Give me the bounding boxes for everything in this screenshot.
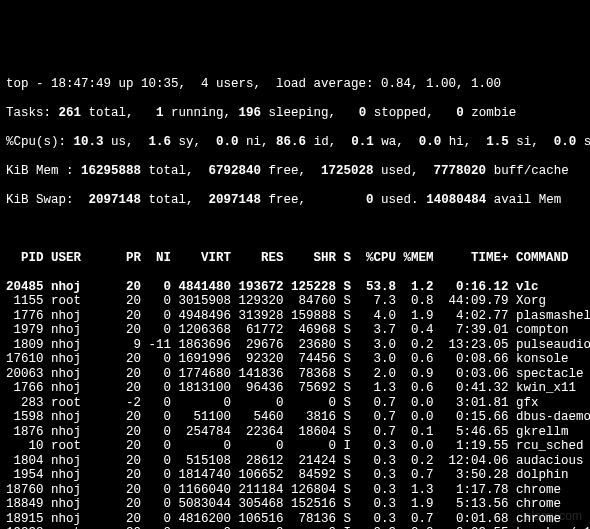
- summary-swap: KiB Swap: 2097148 total, 2097148 free, 0…: [6, 193, 584, 208]
- top-output: top - 18:47:49 up 10:35, 4 users, load a…: [6, 62, 584, 529]
- process-row: 1598 nhoj 20 0 51100 5460 3816 S 0.7 0.0…: [6, 410, 584, 425]
- summary-line-1: top - 18:47:49 up 10:35, 4 users, load a…: [6, 77, 584, 92]
- column-headers: PID USER PR NI VIRT RES SHR S %CPU %MEM …: [6, 251, 584, 266]
- process-row: 20063 nhoj 20 0 1774680 141836 78368 S 2…: [6, 367, 584, 382]
- process-row: 17610 nhoj 20 0 1691996 92320 74456 S 3.…: [6, 352, 584, 367]
- summary-tasks: Tasks: 261 total, 1 running, 196 sleepin…: [6, 106, 584, 121]
- process-row: 10 root 20 0 0 0 0 I 0.3 0.0 1:19.55 rcu…: [6, 439, 584, 454]
- summary-cpu: %Cpu(s): 10.3 us, 1.6 sy, 0.0 ni, 86.6 i…: [6, 135, 584, 150]
- process-row: 1876 nhoj 20 0 254784 22364 18604 S 0.7 …: [6, 425, 584, 440]
- process-row: 18849 nhoj 20 0 5083044 305468 152516 S …: [6, 497, 584, 512]
- process-row: 1979 nhoj 20 0 1206368 61772 46968 S 3.7…: [6, 323, 584, 338]
- summary-mem: KiB Mem : 16295888 total, 6792840 free, …: [6, 164, 584, 179]
- process-list: 20485 nhoj 20 0 4841480 193672 125228 S …: [6, 280, 584, 530]
- process-row: 1155 root 20 0 3015908 129320 84760 S 7.…: [6, 294, 584, 309]
- process-row: 20485 nhoj 20 0 4841480 193672 125228 S …: [6, 280, 584, 295]
- process-row: 1809 nhoj 9 -11 1863696 29676 23680 S 3.…: [6, 338, 584, 353]
- process-row: 283 root -2 0 0 0 0 S 0.7 0.0 3:01.81 gf…: [6, 396, 584, 411]
- process-row: 1954 nhoj 20 0 1814740 106652 84592 S 0.…: [6, 468, 584, 483]
- process-row: 1804 nhoj 20 0 515108 28612 21424 S 0.3 …: [6, 454, 584, 469]
- blank-line: [6, 222, 584, 237]
- process-row: 18915 nhoj 20 0 4816200 106516 78136 S 0…: [6, 512, 584, 527]
- process-row: 18760 nhoj 20 0 1166040 211184 126804 S …: [6, 483, 584, 498]
- process-row: 1776 nhoj 20 0 4948496 313928 159888 S 4…: [6, 309, 584, 324]
- process-row: 1766 nhoj 20 0 1813100 96436 75692 S 1.3…: [6, 381, 584, 396]
